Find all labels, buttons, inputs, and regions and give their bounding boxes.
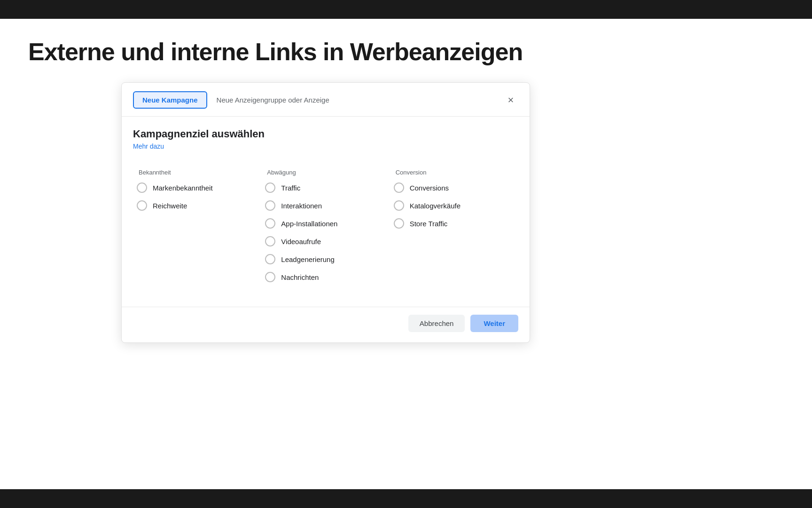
radio-label-reichweite: Reichweite bbox=[153, 202, 187, 210]
radio-circle-app-installationen[interactable] bbox=[265, 218, 275, 229]
radio-circle-leadgenerierung[interactable] bbox=[265, 254, 275, 264]
category-label-conversion: Conversion bbox=[394, 169, 515, 176]
continue-button[interactable]: Weiter bbox=[470, 315, 518, 332]
close-icon: × bbox=[508, 94, 514, 106]
radio-item-nachrichten[interactable]: Nachrichten bbox=[265, 272, 386, 282]
radio-label-store-traffic: Store Traffic bbox=[410, 220, 448, 228]
radio-circle-conversions[interactable] bbox=[394, 183, 404, 193]
radio-circle-traffic[interactable] bbox=[265, 183, 275, 193]
radio-item-katalogverkaeufe[interactable]: Katalogverkäufe bbox=[394, 200, 515, 211]
radio-label-leadgenerierung: Leadgenerierung bbox=[281, 255, 334, 263]
radio-item-leadgenerierung[interactable]: Leadgenerierung bbox=[265, 254, 386, 264]
radio-item-reichweite[interactable]: Reichweite bbox=[137, 200, 258, 211]
tab-neue-kampagne[interactable]: Neue Kampagne bbox=[133, 91, 207, 109]
cancel-button[interactable]: Abbrechen bbox=[408, 315, 465, 332]
radio-label-videoaufrufe: Videoaufrufe bbox=[281, 238, 321, 246]
radio-label-app-installationen: App-Installationen bbox=[281, 220, 337, 228]
top-bar bbox=[0, 0, 812, 19]
section-title: Kampagnenziel auswählen bbox=[133, 128, 518, 140]
radio-circle-katalogverkaeufe[interactable] bbox=[394, 200, 404, 211]
radio-label-interaktionen: Interaktionen bbox=[281, 202, 322, 210]
category-col-abwaegung: Abwägung Traffic Interaktionen App-Insta… bbox=[261, 169, 390, 290]
close-button[interactable]: × bbox=[503, 93, 518, 108]
category-label-abwaegung: Abwägung bbox=[265, 169, 386, 176]
dialog-footer: Abbrechen Weiter bbox=[122, 307, 530, 342]
radio-label-markenbekanntheit: Markenbekanntheit bbox=[153, 184, 213, 192]
categories-row: Bekanntheit Markenbekanntheit Reichweite… bbox=[133, 169, 518, 290]
radio-circle-interaktionen[interactable] bbox=[265, 200, 275, 211]
radio-item-videoaufrufe[interactable]: Videoaufrufe bbox=[265, 236, 386, 246]
dialog-header: Neue Kampagne Neue Anzeigengruppe oder A… bbox=[122, 83, 530, 117]
category-col-bekanntheit: Bekanntheit Markenbekanntheit Reichweite bbox=[133, 169, 261, 290]
radio-circle-store-traffic[interactable] bbox=[394, 218, 404, 229]
mehr-dazu-link[interactable]: Mehr dazu bbox=[133, 143, 164, 150]
radio-item-traffic[interactable]: Traffic bbox=[265, 183, 386, 193]
category-label-bekanntheit: Bekanntheit bbox=[137, 169, 258, 176]
radio-item-markenbekanntheit[interactable]: Markenbekanntheit bbox=[137, 183, 258, 193]
radio-label-conversions: Conversions bbox=[410, 184, 449, 192]
tab-neue-anzeigengruppe: Neue Anzeigengruppe oder Anzeige bbox=[217, 96, 494, 104]
radio-label-katalogverkaeufe: Katalogverkäufe bbox=[410, 202, 461, 210]
radio-item-store-traffic[interactable]: Store Traffic bbox=[394, 218, 515, 229]
radio-item-app-installationen[interactable]: App-Installationen bbox=[265, 218, 386, 229]
radio-circle-markenbekanntheit[interactable] bbox=[137, 183, 147, 193]
bottom-bar bbox=[0, 489, 812, 508]
page-title: Externe und interne Links in Werbeanzeig… bbox=[28, 38, 523, 66]
radio-item-conversions[interactable]: Conversions bbox=[394, 183, 515, 193]
category-col-conversion: Conversion Conversions Katalogverkäufe S… bbox=[390, 169, 518, 290]
radio-item-interaktionen[interactable]: Interaktionen bbox=[265, 200, 386, 211]
radio-label-nachrichten: Nachrichten bbox=[281, 273, 319, 281]
radio-circle-nachrichten[interactable] bbox=[265, 272, 275, 282]
dialog-container: Neue Kampagne Neue Anzeigengruppe oder A… bbox=[121, 82, 530, 343]
radio-circle-videoaufrufe[interactable] bbox=[265, 236, 275, 246]
dialog-body: Kampagnenziel auswählen Mehr dazu Bekann… bbox=[122, 117, 530, 299]
radio-circle-reichweite[interactable] bbox=[137, 200, 147, 211]
radio-label-traffic: Traffic bbox=[281, 184, 300, 192]
